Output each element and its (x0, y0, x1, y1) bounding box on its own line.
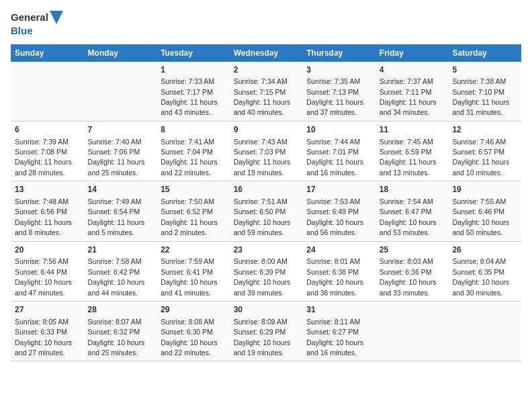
day-cell: 15Sunrise: 7:50 AM Sunset: 6:52 PM Dayli… (157, 181, 230, 241)
day-detail: Sunrise: 8:05 AM Sunset: 6:33 PM Dayligh… (15, 318, 72, 357)
day-detail: Sunrise: 7:49 AM Sunset: 6:54 PM Dayligh… (88, 197, 145, 236)
header-sunday: Sunday (11, 44, 84, 62)
day-detail: Sunrise: 7:59 AM Sunset: 6:41 PM Dayligh… (161, 257, 218, 296)
day-cell: 17Sunrise: 7:53 AM Sunset: 6:49 PM Dayli… (302, 181, 375, 241)
day-number: 26 (452, 244, 517, 256)
day-number: 15 (161, 184, 226, 195)
logo-blue-text: Blue (11, 24, 63, 38)
day-detail: Sunrise: 8:08 AM Sunset: 6:30 PM Dayligh… (161, 318, 218, 357)
header-tuesday: Tuesday (157, 44, 230, 62)
day-cell: 6Sunrise: 7:39 AM Sunset: 7:08 PM Daylig… (11, 121, 84, 181)
calendar-table: SundayMondayTuesdayWednesdayThursdayFrid… (11, 44, 521, 362)
day-number: 9 (234, 124, 299, 136)
day-detail: Sunrise: 7:50 AM Sunset: 6:52 PM Dayligh… (161, 197, 218, 236)
day-cell (448, 301, 521, 361)
header-monday: Monday (84, 44, 157, 62)
day-detail: Sunrise: 8:01 AM Sunset: 6:38 PM Dayligh… (306, 257, 363, 296)
day-cell: 20Sunrise: 7:56 AM Sunset: 6:44 PM Dayli… (11, 241, 84, 301)
day-cell (84, 62, 157, 122)
day-number: 5 (452, 64, 517, 76)
header-thursday: Thursday (302, 44, 375, 62)
day-number: 3 (306, 64, 371, 76)
day-detail: Sunrise: 7:37 AM Sunset: 7:11 PM Dayligh… (380, 77, 437, 116)
day-detail: Sunrise: 7:34 AM Sunset: 7:15 PM Dayligh… (234, 77, 291, 116)
day-number: 8 (161, 124, 226, 136)
day-cell: 4Sunrise: 7:37 AM Sunset: 7:11 PM Daylig… (375, 62, 449, 122)
day-detail: Sunrise: 7:39 AM Sunset: 7:08 PM Dayligh… (15, 138, 72, 177)
logo: General Blue (11, 11, 63, 38)
day-number: 16 (234, 184, 299, 195)
day-number: 21 (88, 244, 153, 256)
day-detail: Sunrise: 7:44 AM Sunset: 7:01 PM Dayligh… (306, 138, 363, 177)
day-cell: 19Sunrise: 7:55 AM Sunset: 6:46 PM Dayli… (448, 181, 521, 241)
header-saturday: Saturday (448, 44, 521, 62)
logo-general-text: General (11, 11, 48, 24)
svg-marker-0 (50, 11, 63, 24)
day-number: 4 (380, 64, 445, 76)
day-cell: 3Sunrise: 7:35 AM Sunset: 7:13 PM Daylig… (302, 62, 375, 122)
week-row: 27Sunrise: 8:05 AM Sunset: 6:33 PM Dayli… (11, 301, 521, 361)
day-cell: 16Sunrise: 7:51 AM Sunset: 6:50 PM Dayli… (230, 181, 303, 241)
day-detail: Sunrise: 7:56 AM Sunset: 6:44 PM Dayligh… (15, 257, 72, 296)
day-cell: 31Sunrise: 8:11 AM Sunset: 6:27 PM Dayli… (302, 301, 375, 361)
day-cell: 13Sunrise: 7:48 AM Sunset: 6:56 PM Dayli… (11, 181, 84, 241)
day-cell: 27Sunrise: 8:05 AM Sunset: 6:33 PM Dayli… (11, 301, 84, 361)
day-number: 25 (380, 244, 445, 256)
day-detail: Sunrise: 7:40 AM Sunset: 7:06 PM Dayligh… (88, 138, 145, 177)
day-cell (375, 301, 449, 361)
day-number: 22 (161, 244, 226, 256)
day-detail: Sunrise: 7:51 AM Sunset: 6:50 PM Dayligh… (234, 197, 291, 236)
day-number: 18 (380, 184, 445, 195)
logo-triangle-icon (50, 11, 63, 24)
day-number: 12 (452, 124, 517, 136)
day-number: 31 (306, 304, 371, 316)
day-cell: 18Sunrise: 7:54 AM Sunset: 6:47 PM Dayli… (375, 181, 449, 241)
day-number: 19 (452, 184, 517, 195)
day-cell: 26Sunrise: 8:04 AM Sunset: 6:35 PM Dayli… (448, 241, 521, 301)
day-number: 30 (234, 304, 299, 316)
day-detail: Sunrise: 7:58 AM Sunset: 6:42 PM Dayligh… (88, 257, 145, 296)
day-detail: Sunrise: 7:41 AM Sunset: 7:04 PM Dayligh… (161, 138, 218, 177)
day-cell: 21Sunrise: 7:58 AM Sunset: 6:42 PM Dayli… (84, 241, 157, 301)
day-detail: Sunrise: 7:54 AM Sunset: 6:47 PM Dayligh… (380, 197, 437, 236)
day-number: 10 (306, 124, 371, 136)
week-row: 13Sunrise: 7:48 AM Sunset: 6:56 PM Dayli… (11, 181, 521, 241)
day-cell: 12Sunrise: 7:46 AM Sunset: 6:57 PM Dayli… (448, 121, 521, 181)
day-cell: 2Sunrise: 7:34 AM Sunset: 7:15 PM Daylig… (230, 62, 303, 122)
header-row: SundayMondayTuesdayWednesdayThursdayFrid… (11, 44, 521, 62)
day-number: 2 (234, 64, 299, 76)
day-cell: 23Sunrise: 8:00 AM Sunset: 6:39 PM Dayli… (230, 241, 303, 301)
day-detail: Sunrise: 8:07 AM Sunset: 6:32 PM Dayligh… (88, 318, 145, 357)
day-detail: Sunrise: 8:11 AM Sunset: 6:27 PM Dayligh… (306, 318, 363, 357)
day-detail: Sunrise: 8:04 AM Sunset: 6:35 PM Dayligh… (452, 257, 509, 296)
day-detail: Sunrise: 7:43 AM Sunset: 7:03 PM Dayligh… (234, 138, 291, 177)
day-number: 28 (88, 304, 153, 316)
day-number: 13 (15, 184, 80, 195)
day-cell: 28Sunrise: 8:07 AM Sunset: 6:32 PM Dayli… (84, 301, 157, 361)
day-detail: Sunrise: 7:45 AM Sunset: 6:59 PM Dayligh… (380, 138, 437, 177)
day-number: 6 (15, 124, 80, 136)
header-friday: Friday (375, 44, 449, 62)
day-number: 23 (234, 244, 299, 256)
day-detail: Sunrise: 8:09 AM Sunset: 6:29 PM Dayligh… (234, 318, 291, 357)
day-detail: Sunrise: 7:38 AM Sunset: 7:10 PM Dayligh… (452, 77, 509, 116)
day-detail: Sunrise: 7:48 AM Sunset: 6:56 PM Dayligh… (15, 197, 72, 236)
day-number: 1 (161, 64, 226, 76)
day-cell: 24Sunrise: 8:01 AM Sunset: 6:38 PM Dayli… (302, 241, 375, 301)
header-wednesday: Wednesday (230, 44, 303, 62)
day-cell: 8Sunrise: 7:41 AM Sunset: 7:04 PM Daylig… (157, 121, 230, 181)
day-number: 11 (380, 124, 445, 136)
day-detail: Sunrise: 8:03 AM Sunset: 6:36 PM Dayligh… (380, 257, 437, 296)
day-cell: 22Sunrise: 7:59 AM Sunset: 6:41 PM Dayli… (157, 241, 230, 301)
week-row: 6Sunrise: 7:39 AM Sunset: 7:08 PM Daylig… (11, 121, 521, 181)
day-cell: 5Sunrise: 7:38 AM Sunset: 7:10 PM Daylig… (448, 62, 521, 122)
day-cell: 10Sunrise: 7:44 AM Sunset: 7:01 PM Dayli… (302, 121, 375, 181)
day-detail: Sunrise: 7:53 AM Sunset: 6:49 PM Dayligh… (306, 197, 363, 236)
page-header: General Blue (11, 11, 521, 38)
day-number: 7 (88, 124, 153, 136)
day-number: 29 (161, 304, 226, 316)
day-cell: 14Sunrise: 7:49 AM Sunset: 6:54 PM Dayli… (84, 181, 157, 241)
day-detail: Sunrise: 7:33 AM Sunset: 7:17 PM Dayligh… (161, 77, 218, 116)
day-cell: 30Sunrise: 8:09 AM Sunset: 6:29 PM Dayli… (230, 301, 303, 361)
week-row: 20Sunrise: 7:56 AM Sunset: 6:44 PM Dayli… (11, 241, 521, 301)
